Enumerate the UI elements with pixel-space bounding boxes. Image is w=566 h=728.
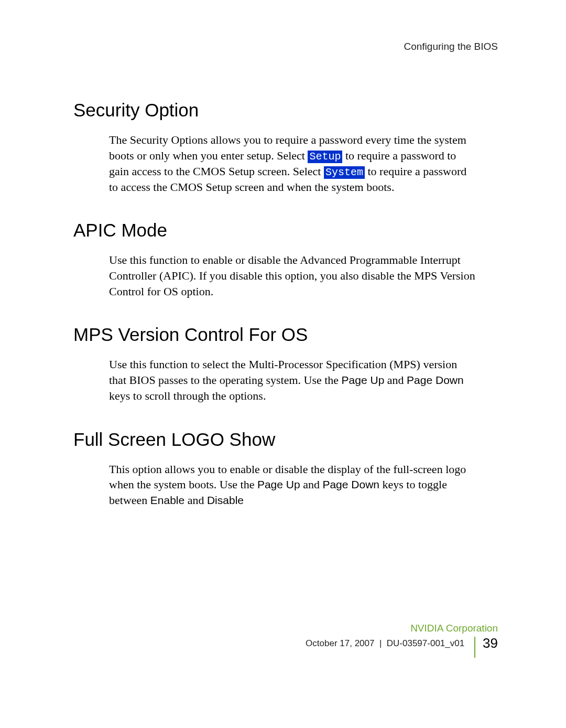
- highlight-setup: Setup: [308, 151, 342, 163]
- heading-full-screen-logo: Full Screen LOGO Show: [73, 429, 498, 450]
- section-mps-version: MPS Version Control For OS Use this func…: [73, 324, 498, 403]
- section-full-screen-logo: Full Screen LOGO Show This option allows…: [73, 429, 498, 508]
- footer-corp: NVIDIA Corporation: [306, 623, 498, 634]
- footer-divider: [474, 637, 475, 658]
- body-apic-mode: Use this function to enable or disable t…: [109, 252, 476, 299]
- key-page-up: Page Up: [257, 478, 300, 490]
- header-title: Configuring the BIOS: [73, 41, 498, 52]
- key-page-up: Page Up: [342, 374, 385, 386]
- key-page-down: Page Down: [322, 478, 379, 490]
- body-security-option: The Security Options allows you to requi…: [109, 132, 476, 195]
- heading-security-option: Security Option: [73, 100, 498, 121]
- footer: NVIDIA Corporation October 17, 2007 | DU…: [306, 623, 498, 651]
- text: and: [300, 478, 323, 491]
- page: Configuring the BIOS Security Option The…: [0, 0, 566, 728]
- highlight-system: System: [324, 166, 365, 179]
- text: and: [184, 494, 207, 507]
- section-security-option: Security Option The Security Options all…: [73, 100, 498, 195]
- text: and: [384, 373, 407, 387]
- footer-doc: DU-03597-001_v01: [387, 638, 464, 648]
- footer-line2: October 17, 2007 | DU-03597-001_v01: [306, 638, 464, 649]
- section-apic-mode: APIC Mode Use this function to enable or…: [73, 220, 498, 299]
- footer-date: October 17, 2007: [306, 638, 374, 648]
- key-page-down: Page Down: [407, 374, 464, 386]
- text: keys to scroll through the options.: [109, 389, 266, 402]
- heading-apic-mode: APIC Mode: [73, 220, 498, 241]
- body-full-screen-logo: This option allows you to enable or disa…: [109, 462, 476, 508]
- heading-mps-version: MPS Version Control For OS: [73, 324, 498, 345]
- key-enable: Enable: [150, 494, 184, 506]
- footer-page-number: 39: [483, 635, 498, 651]
- key-disable: Disable: [207, 494, 244, 506]
- body-mps-version: Use this function to select the Multi-Pr…: [109, 357, 476, 403]
